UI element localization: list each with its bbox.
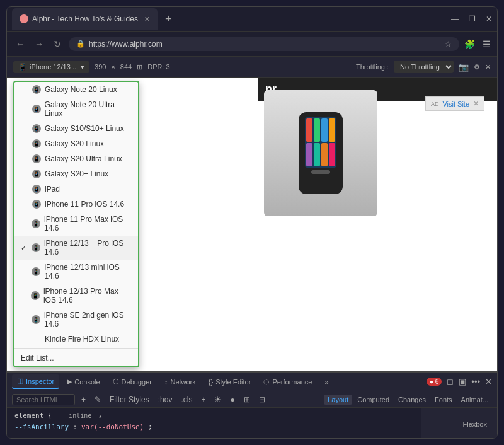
close-responsive-icon[interactable]: ✕: [485, 63, 491, 71]
toolbar-icon-3[interactable]: ●: [227, 394, 237, 405]
inspector-icon: ◫: [17, 377, 23, 385]
device-option-iphone11pro[interactable]: 📱 iPhone 11 Pro iOS 14.6: [14, 197, 138, 212]
device-type-icon: 📱: [32, 200, 41, 209]
visit-site-link[interactable]: Visit Site: [442, 100, 469, 108]
search-html-input[interactable]: [12, 394, 75, 405]
device-label: Galaxy Note 20 Ultra Linux: [45, 100, 132, 118]
pick-element-button[interactable]: ✎: [92, 394, 103, 405]
device-name: iPhone 12/13 ...: [30, 63, 78, 71]
url-field[interactable]: 🔒 https://www.alphr.com ☆: [69, 37, 459, 51]
more-options-icon[interactable]: •••: [471, 377, 480, 386]
expand-icon: ▴: [98, 412, 102, 419]
device-label: iPhone 11 Pro Max iOS 14.6: [44, 215, 132, 233]
forward-button[interactable]: →: [32, 37, 46, 52]
close-devtools-button[interactable]: ✕: [485, 377, 492, 386]
device-type-icon: 📱: [32, 154, 41, 163]
device-label: iPhone 12/13 Pro Max iOS 14.6: [43, 287, 132, 304]
menu-icon[interactable]: ☰: [483, 39, 491, 49]
device-label: Galaxy S20 Linux: [45, 139, 104, 148]
ad-close-button[interactable]: ✕: [473, 100, 479, 108]
edit-list-button[interactable]: Edit List...: [14, 350, 138, 366]
device-option-ipad[interactable]: 📱 iPad: [14, 182, 138, 197]
device-option-galaxy-s20-ultra[interactable]: 📱 Galaxy S20 Ultra Linux: [14, 151, 138, 166]
device-option-iphone1213promax[interactable]: 📱 iPhone 12/13 Pro Max iOS 14.6: [14, 284, 138, 308]
device-type-icon: 📱: [32, 85, 41, 94]
settings-icon[interactable]: ⚙: [474, 63, 480, 71]
device-label: Galaxy S20+ Linux: [45, 170, 108, 178]
console-icon: ▶: [67, 378, 72, 386]
layout-tab-animat[interactable]: Animat...: [457, 395, 492, 405]
new-tab-button[interactable]: +: [160, 13, 177, 26]
device-type-icon: 📱: [32, 267, 40, 276]
tab-close-button[interactable]: ✕: [144, 15, 150, 23]
layout-tab-changes[interactable]: Changes: [394, 395, 430, 405]
minimize-button[interactable]: —: [451, 14, 459, 23]
layout-tab-fonts[interactable]: Fonts: [431, 395, 456, 405]
toolbar-icon-5[interactable]: ⊟: [256, 394, 268, 405]
add-element-button[interactable]: +: [79, 394, 88, 405]
tab-network[interactable]: ↕ Network: [159, 376, 201, 388]
throttle-label: Throttling :: [356, 63, 389, 71]
device-label: Galaxy S10/S10+ Linux: [45, 124, 124, 133]
device-type-icon: 📱: [32, 105, 41, 113]
chevron-down-icon: ▾: [81, 63, 84, 71]
layout-tabs: Layout Computed Changes Fonts Animat...: [324, 395, 492, 405]
tab-inspector[interactable]: ◫ Inspector: [12, 374, 59, 389]
pseudo-hov-button[interactable]: :hov: [156, 394, 175, 405]
more-tools-icon: »: [324, 378, 328, 386]
device-option-galaxy-s20[interactable]: 📱 Galaxy S20 Linux: [14, 136, 138, 151]
device-option-galaxy-note-20-ultra[interactable]: 📱 Galaxy Note 20 Ultra Linux: [14, 97, 138, 121]
device-label: iPad: [45, 185, 60, 194]
device-icon: 📱: [18, 63, 27, 71]
tab-performance[interactable]: ◌ Performance: [258, 375, 317, 388]
device-option-galaxy-note-20[interactable]: 📱 Galaxy Note 20 Linux: [14, 82, 138, 97]
throttle-selector[interactable]: No Throttling: [394, 61, 454, 73]
device-option-galaxy-s20-plus[interactable]: 📱 Galaxy S20+ Linux: [14, 166, 138, 182]
bookmark-icon[interactable]: ☆: [445, 40, 452, 49]
network-icon: ↕: [164, 378, 168, 386]
window-controls: — ❐ ✕: [451, 14, 492, 23]
device-option-iphone1213-selected[interactable]: ✓ 📱 iPhone 12/13 + Pro iOS 14.6: [14, 236, 138, 260]
toolbar-icon-4[interactable]: ⊞: [241, 394, 253, 405]
device-option-kindle[interactable]: Kindle Fire HDX Linux: [14, 332, 138, 347]
device-width: 390: [94, 63, 106, 71]
toolbar-icon-2[interactable]: ☀: [212, 394, 224, 405]
title-bar: Alphr - Tech How To's & Guides ✕ + — ❐ ✕: [7, 7, 497, 31]
dock-bottom-icon[interactable]: ◻: [447, 377, 454, 386]
ad-banner: AD Visit Site ✕: [425, 96, 484, 111]
toolbar-icon-1[interactable]: +: [198, 394, 208, 405]
dock-side-icon[interactable]: ▣: [459, 377, 466, 386]
devtools-tabs: ◫ Inspector ▶ Console ⬡ Debugger ↕ Netwo…: [7, 373, 497, 391]
device-option-iphone1213mini[interactable]: 📱 iPhone 12/13 mini iOS 14.6: [14, 260, 138, 284]
tab-style-editor[interactable]: {} Style Editor: [203, 376, 256, 388]
responsive-icon[interactable]: ⊞: [137, 63, 142, 71]
maximize-button[interactable]: ❐: [469, 14, 476, 23]
selected-checkmark-icon: ✓: [21, 244, 28, 252]
camera-icon[interactable]: 📷: [459, 62, 469, 72]
tab-more[interactable]: »: [319, 376, 333, 388]
device-option-iphonese2[interactable]: 📱 iPhone SE 2nd gen iOS 14.6: [14, 308, 138, 332]
performance-icon: ◌: [263, 378, 270, 386]
device-selector[interactable]: 📱 iPhone 12/13 ... ▾: [13, 61, 89, 73]
browser-tab[interactable]: Alphr - Tech How To's & Guides ✕: [12, 8, 158, 30]
device-option-galaxy-s10[interactable]: 📱 Galaxy S10/S10+ Linux: [14, 121, 138, 136]
device-type-icon: 📱: [31, 291, 40, 300]
style-editor-icon: {}: [209, 378, 213, 386]
close-button[interactable]: ✕: [486, 14, 492, 23]
filter-styles-button[interactable]: Filter Styles: [107, 394, 152, 405]
devtools-panel: ◫ Inspector ▶ Console ⬡ Debugger ↕ Netwo…: [7, 371, 497, 439]
content-area: nr AD Visit Site ✕: [7, 78, 497, 371]
layout-tab-layout[interactable]: Layout: [324, 395, 352, 405]
refresh-button[interactable]: ↻: [51, 37, 64, 52]
layout-tab-computed[interactable]: Computed: [353, 395, 393, 405]
lock-icon: 🔒: [76, 40, 85, 48]
device-type-icon: 📱: [32, 315, 40, 324]
tab-console[interactable]: ▶ Console: [62, 375, 105, 388]
pseudo-cls-button[interactable]: .cls: [178, 394, 195, 405]
tab-debugger[interactable]: ⬡ Debugger: [108, 375, 157, 388]
extensions-icon[interactable]: 🧩: [464, 39, 475, 49]
back-button[interactable]: ←: [13, 37, 27, 52]
device-label: iPhone 12/13 mini iOS 14.6: [44, 263, 132, 280]
device-option-iphone11promax[interactable]: 📱 iPhone 11 Pro Max iOS 14.6: [14, 212, 138, 236]
flexbox-label: Flexbox: [462, 420, 492, 428]
